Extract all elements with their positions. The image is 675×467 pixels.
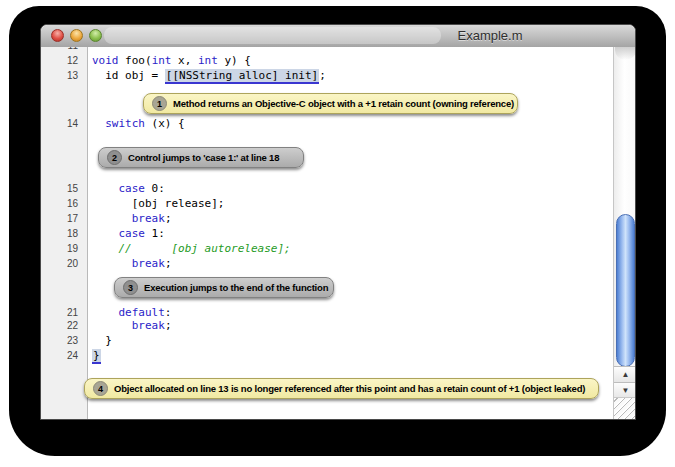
line-number: 19 bbox=[67, 241, 78, 256]
code-token bbox=[92, 212, 132, 225]
line-number: 24 bbox=[67, 348, 78, 363]
code-token: foo( bbox=[119, 54, 152, 67]
code-token: break bbox=[132, 319, 165, 332]
code-token: ; bbox=[165, 319, 172, 332]
code-token: // [obj autorelease]; bbox=[92, 242, 291, 255]
code-token bbox=[92, 182, 119, 195]
code-token: ; bbox=[165, 257, 172, 270]
analyzer-bubble-2[interactable]: 2Control jumps to 'case 1:' at line 18 bbox=[98, 147, 304, 168]
line-number-gutter: 1112131415161718192021222324 bbox=[41, 47, 88, 419]
code-token: ; bbox=[319, 69, 326, 82]
line-number: 15 bbox=[67, 181, 78, 196]
window-title: Example.m bbox=[440, 28, 540, 43]
editor-content: 1112131415161718192021222324 void foo(in… bbox=[41, 47, 635, 419]
line-number: 20 bbox=[67, 256, 78, 271]
code-line-18[interactable]: case 1: bbox=[92, 226, 165, 241]
scrollbar-track-cap bbox=[615, 47, 635, 60]
desktop: Example.m 1112131415161718192021222324 v… bbox=[0, 0, 675, 467]
code-token: void bbox=[92, 54, 119, 67]
bubble-step-number: 4 bbox=[93, 381, 108, 396]
code-token: x, bbox=[172, 54, 199, 67]
scroll-up-button[interactable]: ▲ bbox=[614, 366, 635, 382]
code-line-12[interactable]: void foo(int x, int y) { bbox=[92, 53, 251, 68]
minimize-button[interactable] bbox=[70, 29, 83, 42]
arrow-down-icon: ▼ bbox=[622, 386, 630, 395]
bubble-step-number: 2 bbox=[107, 150, 122, 165]
code-token: case bbox=[119, 227, 146, 240]
analyzer-bubble-1[interactable]: 1Method returns an Objective-C object wi… bbox=[143, 93, 518, 114]
line-number: 13 bbox=[67, 68, 78, 83]
zoom-button[interactable] bbox=[89, 29, 102, 42]
bubble-step-number: 1 bbox=[152, 96, 167, 111]
code-token: 0: bbox=[145, 182, 165, 195]
code-line-16[interactable]: [obj release]; bbox=[92, 196, 224, 211]
code-token: } bbox=[92, 334, 112, 347]
code-token: ; bbox=[165, 212, 172, 225]
window: Example.m 1112131415161718192021222324 v… bbox=[40, 24, 636, 420]
code-token: switch bbox=[105, 117, 145, 130]
bubble-text: Method returns an Objective-C object wit… bbox=[173, 98, 514, 109]
code-line-14[interactable]: switch (x) { bbox=[92, 116, 185, 131]
code-token: int bbox=[152, 54, 172, 67]
code-line-22[interactable]: break; bbox=[92, 318, 172, 333]
code-token: break bbox=[132, 257, 165, 270]
scrollbar-thumb[interactable] bbox=[616, 214, 635, 367]
analyzer-bubble-4[interactable]: 4Object allocated on line 13 is no longe… bbox=[84, 378, 599, 399]
line-number: 12 bbox=[67, 53, 78, 68]
bubble-text: Execution jumps to the end of the functi… bbox=[144, 282, 328, 293]
code-line-15[interactable]: case 0: bbox=[92, 181, 165, 196]
highlighted-code: } bbox=[92, 349, 101, 364]
code-token: (x) { bbox=[145, 117, 185, 130]
bubble-step-number: 3 bbox=[123, 280, 138, 295]
titlebar-highlight-band bbox=[104, 27, 441, 44]
code-token bbox=[92, 227, 119, 240]
bubble-text: Control jumps to 'case 1:' at line 18 bbox=[128, 152, 279, 163]
code-token bbox=[92, 319, 132, 332]
code-line-24[interactable]: } bbox=[92, 348, 101, 363]
code-token: case bbox=[119, 182, 146, 195]
code-line-17[interactable]: break; bbox=[92, 211, 172, 226]
titlebar[interactable]: Example.m bbox=[41, 25, 635, 48]
code-line-23[interactable]: } bbox=[92, 333, 112, 348]
code-line-20[interactable]: break; bbox=[92, 256, 172, 271]
scroll-down-button[interactable]: ▼ bbox=[614, 382, 635, 398]
arrow-up-icon: ▲ bbox=[622, 370, 630, 379]
code-token bbox=[92, 117, 105, 130]
code-token: int bbox=[198, 54, 218, 67]
line-number: 17 bbox=[67, 211, 78, 226]
line-number: 16 bbox=[67, 196, 78, 211]
line-number: 22 bbox=[67, 318, 78, 333]
resize-grip-icon[interactable] bbox=[614, 397, 635, 419]
code-token bbox=[92, 257, 132, 270]
highlighted-code: [[NSString alloc] init] bbox=[165, 69, 319, 84]
line-number: 14 bbox=[67, 116, 78, 131]
code-token: [obj release]; bbox=[92, 197, 224, 210]
code-token: y) { bbox=[218, 54, 251, 67]
line-number: 23 bbox=[67, 333, 78, 348]
code-token: break bbox=[132, 212, 165, 225]
code-token: id obj = bbox=[92, 69, 165, 82]
line-number: 18 bbox=[67, 226, 78, 241]
bubble-text: Object allocated on line 13 is no longer… bbox=[114, 383, 585, 394]
close-button[interactable] bbox=[51, 29, 64, 42]
vertical-scrollbar[interactable]: ▲ ▼ bbox=[613, 47, 635, 419]
code-line-13[interactable]: id obj = [[NSString alloc] init]; bbox=[92, 68, 326, 83]
code-token: 1: bbox=[145, 227, 165, 240]
analyzer-bubble-3[interactable]: 3Execution jumps to the end of the funct… bbox=[114, 277, 334, 298]
code-line-19[interactable]: // [obj autorelease]; bbox=[92, 241, 291, 256]
